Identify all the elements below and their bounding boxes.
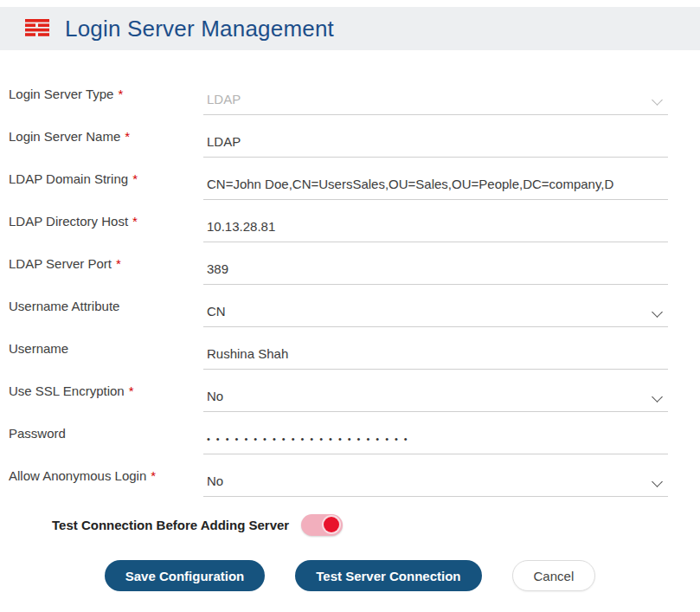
field-value: CN [207, 304, 226, 319]
field-row-ldap-domain-string: LDAP Domain String * CN=John Doe,CN=User… [0, 158, 700, 200]
toggle-label: Test Connection Before Adding Server [52, 518, 289, 532]
field-label-text: LDAP Directory Host [9, 214, 128, 229]
field-row-use-ssl-encryption: Use SSL Encryption * No [0, 370, 700, 412]
field-row-ldap-server-port: LDAP Server Port * 389 [0, 242, 700, 285]
field-label-text: Username Attribute [9, 299, 119, 313]
field-label-text: LDAP Server Port [9, 256, 112, 271]
field-row-username-attribute: Username Attribute CN [0, 285, 700, 327]
field-value: 389 [207, 261, 228, 276]
field-label-text: Login Server Type [9, 87, 113, 101]
field-label: LDAP Directory Host * [0, 200, 203, 242]
button-row: Save Configuration Test Server Connectio… [0, 560, 700, 591]
chevron-down-icon [652, 476, 663, 487]
field-label: Username Attribute [0, 285, 203, 327]
input-ldap-server-port[interactable]: 389 [203, 242, 668, 285]
field-label: Username [0, 327, 203, 370]
test-connection-toggle[interactable] [301, 514, 343, 536]
chevron-down-icon [652, 94, 663, 106]
form-rows: Login Server Type * LDAP Login Server Na… [0, 73, 700, 497]
required-asterisk: * [118, 87, 123, 101]
page-title: Login Server Management [65, 16, 334, 42]
field-label-text: Password [9, 426, 66, 441]
login-server-form: Login Server Type * LDAP Login Server Na… [0, 50, 700, 591]
field-value: LDAP [207, 92, 241, 106]
required-asterisk: * [129, 383, 134, 398]
select-use-ssl-encryption[interactable]: No [203, 370, 668, 412]
field-label-text: Login Server Name [9, 129, 120, 144]
field-value: No [207, 389, 223, 403]
input-ldap-directory-host[interactable]: 10.13.28.81 [203, 200, 668, 242]
field-label: LDAP Domain String * [0, 158, 203, 200]
field-value: LDAP [207, 134, 241, 149]
required-asterisk: * [132, 171, 138, 186]
select-username-attribute[interactable]: CN [203, 285, 668, 327]
input-ldap-domain-string[interactable]: CN=John Doe,CN=UsersSales,OU=Sales,OU=Pe… [203, 158, 668, 200]
field-label: LDAP Server Port * [0, 242, 203, 285]
field-label-text: LDAP Domain String [9, 171, 128, 186]
required-asterisk: * [151, 468, 156, 483]
server-list-icon [24, 18, 50, 39]
field-row-login-server-name: Login Server Name * LDAP [0, 115, 700, 158]
page-header: Login Server Management [0, 7, 700, 50]
field-value: Rushina Shah [207, 346, 288, 361]
required-asterisk: * [125, 129, 130, 144]
field-label-text: Use SSL Encryption [9, 383, 125, 398]
required-asterisk: * [132, 214, 138, 229]
field-label: Use SSL Encryption * [0, 370, 203, 412]
chevron-down-icon [652, 391, 663, 403]
input-password[interactable]: •••••••••••••••••••••• [203, 412, 668, 454]
field-value: •••••••••••••••••••••• [207, 434, 414, 444]
field-label: Login Server Type * [0, 73, 203, 115]
toggle-row: Test Connection Before Adding Server [0, 512, 700, 537]
input-login-server-name[interactable]: LDAP [203, 115, 668, 158]
field-value: 10.13.28.81 [207, 219, 275, 234]
field-row-password: Password •••••••••••••••••••••• [0, 412, 700, 454]
select-login-server-type[interactable]: LDAP [203, 73, 668, 115]
field-value: CN=John Doe,CN=UsersSales,OU=Sales,OU=Pe… [207, 177, 613, 191]
field-label-text: Username [9, 341, 68, 356]
field-row-allow-anonymous-login: Allow Anonymous Login * No [0, 454, 700, 497]
test-server-connection-button[interactable]: Test Server Connection [295, 560, 481, 591]
input-username[interactable]: Rushina Shah [203, 327, 668, 370]
field-row-login-server-type: Login Server Type * LDAP [0, 73, 700, 115]
field-row-username: Username Rushina Shah [0, 327, 700, 370]
cancel-button[interactable]: Cancel [512, 560, 596, 591]
field-label-text: Allow Anonymous Login [9, 468, 146, 483]
chevron-down-icon [652, 306, 663, 318]
select-allow-anonymous-login[interactable]: No [203, 454, 668, 497]
field-label: Password [0, 412, 203, 454]
field-row-ldap-directory-host: LDAP Directory Host * 10.13.28.81 [0, 200, 700, 242]
field-label: Allow Anonymous Login * [0, 454, 203, 497]
field-label: Login Server Name * [0, 115, 203, 158]
field-value: No [207, 473, 223, 488]
toggle-knob [324, 517, 339, 532]
save-configuration-button[interactable]: Save Configuration [105, 560, 266, 591]
required-asterisk: * [116, 256, 121, 271]
